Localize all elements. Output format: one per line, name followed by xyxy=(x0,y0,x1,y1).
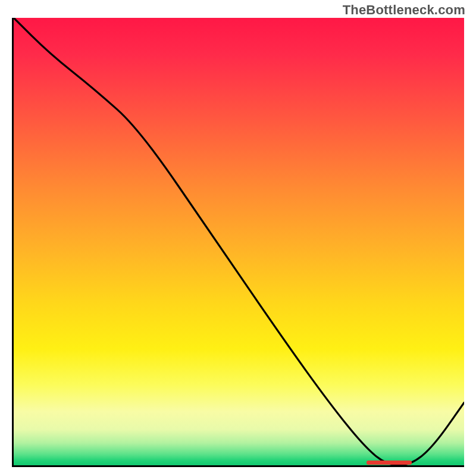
optimal-region-marker: 0 xyxy=(367,461,412,465)
curve-svg xyxy=(14,18,464,465)
chart-container: TheBottleneck.com 0 xyxy=(0,0,476,476)
plot-area: 0 xyxy=(12,18,464,467)
bottleneck-curve-path xyxy=(14,18,464,465)
watermark-text: TheBottleneck.com xyxy=(343,2,465,18)
